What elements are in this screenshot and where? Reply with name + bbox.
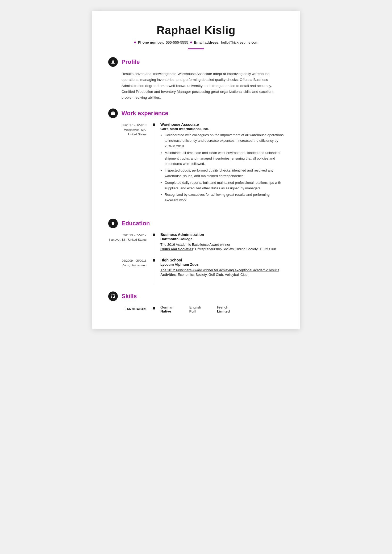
timeline-line <box>154 127 154 211</box>
bullet-1: Collaborated with colleagues on the impr… <box>165 132 284 149</box>
edu-school-1: Dartmouth College <box>160 237 284 241</box>
edu-entry-2: 09/2009 - 05/2013 Zuoz, Switzerland High… <box>108 258 284 284</box>
contact-info: ● Phone number: 555-555-5555 ● Email add… <box>108 40 284 45</box>
work-date: 06/2017 - 06/2019 <box>108 123 147 127</box>
lang-german: German Native <box>160 305 173 313</box>
svg-rect-1 <box>111 113 115 115</box>
phone-label: Phone number: <box>138 40 164 44</box>
profile-icon <box>108 57 118 67</box>
skills-dot-center <box>151 305 157 313</box>
edu-degree-2: High School <box>160 258 284 262</box>
edu-date-location-2: 09/2009 - 05/2013 Zuoz, Switzerland <box>108 258 151 284</box>
work-entry-content: Warehouse Associate Core-Mark Internatio… <box>157 122 284 211</box>
work-entry-title: Warehouse Associate <box>160 122 284 127</box>
edu-school-2: Lyceum Alpinum Zuoz <box>160 263 284 266</box>
skills-section-header: Skills <box>108 291 284 301</box>
candidate-name: Raphael Kislig <box>108 24 284 37</box>
clubs-label-1: Clubs and Societies <box>160 247 193 251</box>
resume-header: Raphael Kislig ● Phone number: 555-555-5… <box>108 24 284 49</box>
languages-label: LANGUAGES <box>125 307 147 311</box>
edu-degree-1: Business Administration <box>160 232 284 237</box>
email-value: hello@kickresume.com <box>221 40 258 44</box>
work-location: Whitinsville, MA,United States <box>108 128 147 137</box>
dot-icon-2: ● <box>190 40 193 45</box>
timeline-center <box>151 122 157 211</box>
edu-entry-content-2: High School Lyceum Alpinum Zuoz The 2012… <box>157 258 284 284</box>
bullet-4: Completed daily reports, built and maint… <box>165 180 284 191</box>
skills-title: Skills <box>122 293 137 300</box>
resume-page: Raphael Kislig ● Phone number: 555-555-5… <box>92 11 300 329</box>
work-title: Work experience <box>122 110 168 117</box>
edu-timeline-center-2 <box>151 258 157 284</box>
edu-date-location-1: 09/2013 - 05/2017 Hanover, NH, United St… <box>108 232 151 258</box>
edu-entry-content-1: Business Administration Dartmouth Colleg… <box>157 232 284 258</box>
header-divider <box>188 48 204 49</box>
skills-icon <box>108 291 118 301</box>
profile-section: Profile Results-driven and knowledgeable… <box>108 57 284 101</box>
edu-dot-2 <box>153 259 155 262</box>
lang-french-name: French <box>217 305 230 309</box>
skills-section: Skills LANGUAGES German Native English F… <box>108 291 284 313</box>
lang-english-name: English <box>189 305 201 309</box>
lang-english-level: Full <box>189 309 201 313</box>
edu-timeline-center-1 <box>151 232 157 258</box>
timeline-dot <box>153 123 155 126</box>
edu-clubs-2: Activities: Economics Society, Golf Club… <box>160 273 284 277</box>
work-bullets: Collaborated with colleagues on the impr… <box>160 132 284 203</box>
clubs-label-2: Activities <box>160 273 176 277</box>
dot-icon: ● <box>134 40 136 45</box>
edu-award-1: The 2016 Academic Excellence Award winne… <box>160 243 284 247</box>
edu-line-1 <box>154 237 154 258</box>
bullet-3: Inspected goods, performed quality check… <box>165 168 284 179</box>
education-section: Education 09/2013 - 05/2017 Hanover, NH,… <box>108 219 284 284</box>
education-section-header: Education <box>108 219 284 228</box>
profile-section-header: Profile <box>108 57 284 67</box>
work-icon <box>108 109 118 118</box>
edu-entry-1: 09/2013 - 05/2017 Hanover, NH, United St… <box>108 232 284 258</box>
skills-dot <box>153 307 155 310</box>
edu-dot-1 <box>153 234 155 236</box>
phone-value: 555-555-5555 <box>166 40 188 44</box>
work-section: Work experience 06/2017 - 06/2019 Whitin… <box>108 109 284 211</box>
lang-english: English Full <box>189 305 201 313</box>
edu-line-2 <box>154 263 154 284</box>
svg-point-0 <box>112 60 114 62</box>
lang-french: French Limited <box>217 305 230 313</box>
work-entry-company: Core-Mark International, Inc. <box>160 127 284 131</box>
education-title: Education <box>122 220 150 227</box>
lang-german-name: German <box>160 305 173 309</box>
edu-location-1: Hanover, NH, United States <box>108 238 147 242</box>
profile-content: Results-driven and knowledgeable Warehou… <box>108 71 284 101</box>
work-section-header: Work experience <box>108 109 284 118</box>
edu-award-2: The 2012 Principal's Award winner for ac… <box>160 268 284 272</box>
profile-title: Profile <box>122 59 140 65</box>
edu-date-2: 09/2009 - 05/2013 <box>108 259 147 263</box>
bullet-2: Maintained all-time safe and clean work … <box>165 150 284 167</box>
bullet-5: Recognized by executives for achieving g… <box>165 192 284 203</box>
lang-french-level: Limited <box>217 309 230 313</box>
work-date-location: 06/2017 - 06/2019 Whitinsville, MA,Unite… <box>108 122 151 211</box>
edu-location-2: Zuoz, Switzerland <box>108 263 147 268</box>
email-label: Email address: <box>194 40 219 44</box>
languages-list: German Native English Full French Limite… <box>157 305 284 313</box>
education-icon <box>108 219 118 228</box>
work-entry-1: 06/2017 - 06/2019 Whitinsville, MA,Unite… <box>108 122 284 211</box>
edu-clubs-1: Clubs and Societies: Entrepreneurship So… <box>160 247 284 251</box>
languages-row: LANGUAGES German Native English Full Fre… <box>108 305 284 313</box>
lang-german-level: Native <box>160 309 173 313</box>
languages-label-cell: LANGUAGES <box>108 305 151 313</box>
edu-date-1: 09/2013 - 05/2017 <box>108 233 147 238</box>
